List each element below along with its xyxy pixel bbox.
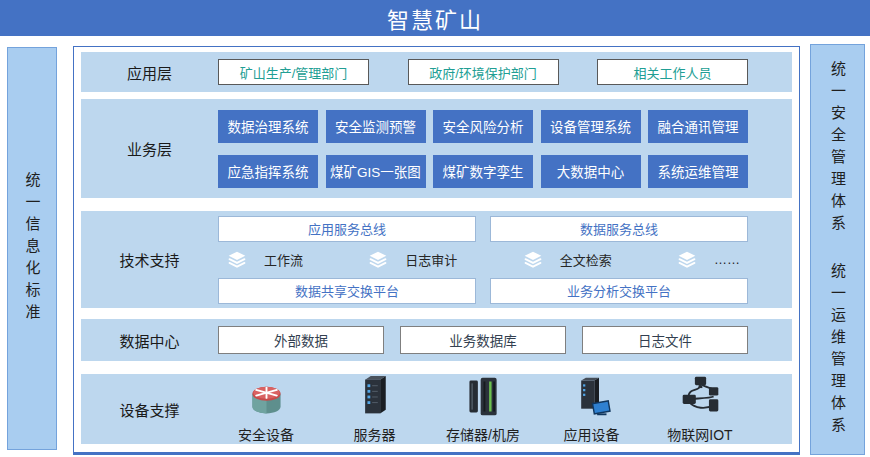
biz-btn-converged-comms: 融合通讯管理 [648,110,748,143]
middleware-label: …… [714,252,740,267]
data-box-label: 业务数据库 [449,330,517,350]
app-box-related-staff: 相关工作人员 [597,59,748,85]
layer-application: 应用层 矿山生产/管理部门 政府/环境保护部门 相关工作人员 [81,52,792,92]
data-box-business-db: 业务数据库 [400,326,566,354]
layer-tech-support-content: 应用服务总线 数据服务总线 工作流 日志审计 [218,211,748,308]
tech-box-app-service-bus: 应用服务总线 [218,216,476,242]
tech-box-label: 数据服务总线 [580,219,658,238]
biz-btn-label: 设备管理系统 [550,116,631,136]
security-device-icon [244,374,289,423]
biz-btn-label: 系统运维管理 [658,161,739,181]
layer-data-center-label: 数据中心 [81,319,218,361]
biz-btn-label: 安全监测预警 [335,116,416,136]
data-box-label: 外部数据 [274,330,328,350]
device-label: 安全设备 [238,424,294,444]
middleware-fulltext-search: 全文检索 [522,250,612,270]
biz-btn-label: 融合通讯管理 [658,116,739,136]
layers-icon [226,250,248,270]
right-pillar-label-ops: 统一运维管理体系 [830,263,845,439]
layer-tech-support: 技术支持 应用服务总线 数据服务总线 工作流 日志审计 [81,211,792,308]
right-pillar-management-systems: 统一安全管理体系 统一运维管理体系 [810,44,865,455]
app-box-label: 相关工作人员 [633,63,711,82]
biz-btn-emergency-command: 应急指挥系统 [218,155,318,188]
layer-business: 业务层 数据治理系统 安全监测预警 安全风险分析 设备管理系统 融合通讯管理 应… [81,99,792,198]
layer-device-support: 设备支撑 安全设备 [81,374,792,444]
iot-icon [678,374,723,423]
layers-icon [522,250,544,270]
middleware-label: 工作流 [264,250,303,269]
tech-platform-row: 数据共享交换平台 业务分析交换平台 [218,278,748,304]
biz-btn-data-governance: 数据治理系统 [218,110,318,143]
tech-box-label: 数据共享交换平台 [295,281,399,300]
tech-box-business-analysis-platform: 业务分析交换平台 [490,278,748,304]
layers-icon [367,250,389,270]
biz-btn-safety-risk-analysis: 安全风险分析 [433,110,533,143]
data-box-label: 日志文件 [638,330,692,350]
layer-business-content: 数据治理系统 安全监测预警 安全风险分析 设备管理系统 融合通讯管理 应急指挥系… [218,99,748,198]
right-pillar-label-security: 统一安全管理体系 [830,61,845,237]
left-pillar-unified-info-standard: 统一信息化标准 [7,47,57,450]
layer-data-center-content: 外部数据 业务数据库 日志文件 [218,319,748,361]
middleware-label: 全文检索 [560,250,612,269]
app-box-label: 政府/环境保护部门 [429,63,537,82]
device-application: 应用设备 [544,374,640,444]
business-row-2: 应急指挥系统 煤矿GIS一张图 煤矿数字孪生 大数据中心 系统运维管理 [218,155,748,188]
layer-application-label: 应用层 [81,52,218,92]
layer-application-content: 矿山生产/管理部门 政府/环境保护部门 相关工作人员 [218,52,748,92]
biz-btn-label: 安全风险分析 [443,116,524,136]
middleware-workflow: 工作流 [226,250,303,270]
page-title-banner: 智慧矿山 [0,0,870,36]
biz-btn-big-data-center: 大数据中心 [541,155,641,188]
middleware-label: 日志审计 [405,250,457,269]
app-box-mine-production: 矿山生产/管理部门 [218,59,369,85]
device-label: 存储器/机房 [446,424,520,444]
biz-btn-gis-one-map: 煤矿GIS一张图 [326,155,426,188]
device-server: 服务器 [327,374,423,444]
biz-btn-label: 大数据中心 [557,161,625,181]
layer-tech-support-label: 技术支持 [81,211,218,308]
app-device-icon [569,374,614,423]
tech-box-label: 业务分析交换平台 [567,281,671,300]
tech-box-label: 应用服务总线 [308,219,386,238]
layer-device-support-content: 安全设备 [218,374,748,444]
biz-btn-label: 数据治理系统 [228,116,309,136]
biz-btn-label: 应急指挥系统 [228,161,309,181]
layer-device-support-label: 设备支撑 [81,374,218,444]
biz-btn-system-ops: 系统运维管理 [648,155,748,188]
server-icon [352,374,397,423]
middleware-ellipsis: …… [676,250,740,270]
biz-btn-equipment-management: 设备管理系统 [541,110,641,143]
business-row-1: 数据治理系统 安全监测预警 安全风险分析 设备管理系统 融合通讯管理 [218,110,748,143]
biz-btn-safety-monitor-warning: 安全监测预警 [326,110,426,143]
app-box-label: 矿山生产/管理部门 [240,63,348,82]
biz-btn-label: 煤矿GIS一张图 [330,161,421,181]
tech-middleware-row: 工作流 日志审计 全文检索 [218,250,748,270]
device-label: 应用设备 [564,424,620,444]
device-security: 安全设备 [218,374,314,444]
layer-data-center: 数据中心 外部数据 业务数据库 日志文件 [81,319,792,361]
biz-btn-digital-twin: 煤矿数字孪生 [433,155,533,188]
tech-box-data-service-bus: 数据服务总线 [490,216,748,242]
tech-bus-row: 应用服务总线 数据服务总线 [218,216,748,242]
middleware-log-audit: 日志审计 [367,250,457,270]
device-iot: 物联网IOT [652,374,748,444]
biz-btn-label: 煤矿数字孪生 [443,161,524,181]
device-storage: 存储器/机房 [435,374,531,444]
layers-icon [676,250,698,270]
storage-icon [461,374,506,423]
architecture-panel: 应用层 矿山生产/管理部门 政府/环境保护部门 相关工作人员 业务层 数据治理系… [73,46,800,455]
data-box-external-data: 外部数据 [218,326,384,354]
data-box-log-files: 日志文件 [582,326,748,354]
device-label: 物联网IOT [667,424,732,444]
app-box-government-env: 政府/环境保护部门 [408,59,559,85]
tech-box-data-share-platform: 数据共享交换平台 [218,278,476,304]
left-pillar-label: 统一信息化标准 [25,172,40,326]
device-label: 服务器 [354,424,396,444]
page-title: 智慧矿山 [387,2,483,34]
layer-business-label: 业务层 [81,99,218,198]
